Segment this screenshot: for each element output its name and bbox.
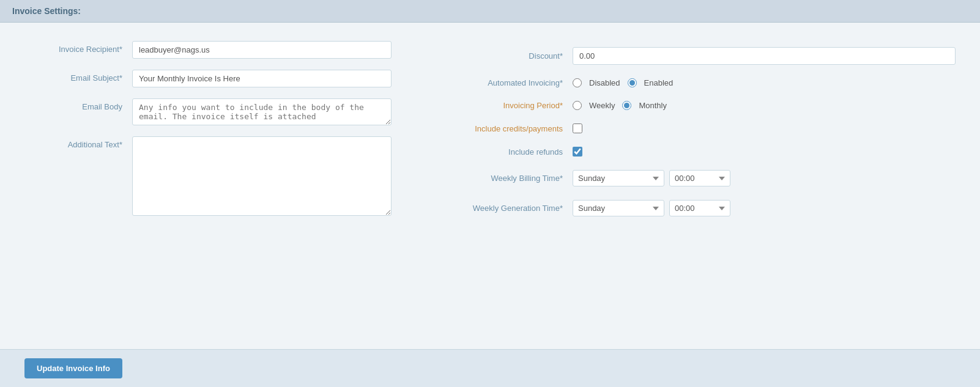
invoicing-period-row: Invoicing Period* Weekly Monthly <box>428 101 956 110</box>
period-monthly-radio[interactable] <box>622 101 631 110</box>
refunds-row: Include refunds <box>428 147 956 157</box>
billing-time-selects: SundayMondayTuesdayWednesdayThursdayFrid… <box>573 170 730 186</box>
right-panel: Discount* Automated Invoicing* Disabled … <box>428 41 956 331</box>
additional-row: Additional Text* <box>24 136 392 216</box>
recipient-label: Invoice Recipient* <box>24 41 122 54</box>
auto-invoicing-row: Automated Invoicing* Disabled Enabled <box>428 78 956 87</box>
discount-input[interactable] <box>573 47 956 65</box>
period-monthly-label[interactable]: Monthly <box>639 101 667 110</box>
invoicing-period-options: Weekly Monthly <box>573 101 667 110</box>
billing-time-label: Weekly Billing Time* <box>428 174 563 183</box>
credits-checkbox-group <box>573 123 582 133</box>
credits-checkbox[interactable] <box>573 123 582 133</box>
footer-bar: Update Invoice Info <box>0 349 980 387</box>
refunds-checkbox[interactable] <box>573 147 582 157</box>
body-label: Email Body <box>24 98 122 111</box>
generation-time-select[interactable]: 00:0001:0002:0003:0004:0005:0006:0007:00… <box>669 200 730 216</box>
auto-invoicing-disabled-radio[interactable] <box>573 78 582 87</box>
body-row: Email Body <box>24 98 392 125</box>
billing-time-select[interactable]: 00:0001:0002:0003:0004:0005:0006:0007:00… <box>669 170 730 186</box>
billing-time-row: Weekly Billing Time* SundayMondayTuesday… <box>428 170 956 186</box>
left-panel: Invoice Recipient* Email Subject* Email … <box>24 41 392 331</box>
subject-label: Email Subject* <box>24 70 122 83</box>
additional-textarea[interactable] <box>132 136 392 216</box>
main-content: Invoice Recipient* Email Subject* Email … <box>0 23 980 349</box>
generation-time-label: Weekly Generation Time* <box>428 204 563 213</box>
credits-label: Include credits/payments <box>428 124 563 133</box>
discount-row: Discount* <box>428 47 956 65</box>
body-textarea[interactable] <box>132 98 392 125</box>
refunds-label: Include refunds <box>428 147 563 157</box>
body-wrapper <box>132 98 392 125</box>
refunds-checkbox-group <box>573 147 582 157</box>
invoicing-period-label: Invoicing Period* <box>428 101 563 110</box>
recipient-input[interactable] <box>132 41 392 59</box>
subject-row: Email Subject* <box>24 70 392 87</box>
discount-label: Discount* <box>428 51 563 61</box>
period-weekly-label[interactable]: Weekly <box>589 101 615 110</box>
page-wrapper: Invoice Settings: Invoice Recipient* Ema… <box>0 0 980 387</box>
period-weekly-radio[interactable] <box>573 101 582 110</box>
additional-label: Additional Text* <box>24 136 122 149</box>
generation-day-select[interactable]: SundayMondayTuesdayWednesdayThursdayFrid… <box>573 200 664 216</box>
subject-input[interactable] <box>132 70 392 87</box>
auto-invoicing-enabled-label[interactable]: Enabled <box>644 78 674 87</box>
auto-invoicing-enabled-radio[interactable] <box>628 78 637 87</box>
auto-invoicing-disabled-label[interactable]: Disabled <box>589 78 620 87</box>
recipient-row: Invoice Recipient* <box>24 41 392 59</box>
auto-invoicing-options: Disabled Enabled <box>573 78 673 87</box>
billing-day-select[interactable]: SundayMondayTuesdayWednesdayThursdayFrid… <box>573 170 664 186</box>
generation-time-selects: SundayMondayTuesdayWednesdayThursdayFrid… <box>573 200 730 216</box>
auto-invoicing-label: Automated Invoicing* <box>428 78 563 87</box>
update-button[interactable]: Update Invoice Info <box>24 358 122 378</box>
credits-row: Include credits/payments <box>428 123 956 133</box>
page-title: Invoice Settings: <box>12 6 81 16</box>
header-bar: Invoice Settings: <box>0 0 980 23</box>
generation-time-row: Weekly Generation Time* SundayMondayTues… <box>428 200 956 216</box>
